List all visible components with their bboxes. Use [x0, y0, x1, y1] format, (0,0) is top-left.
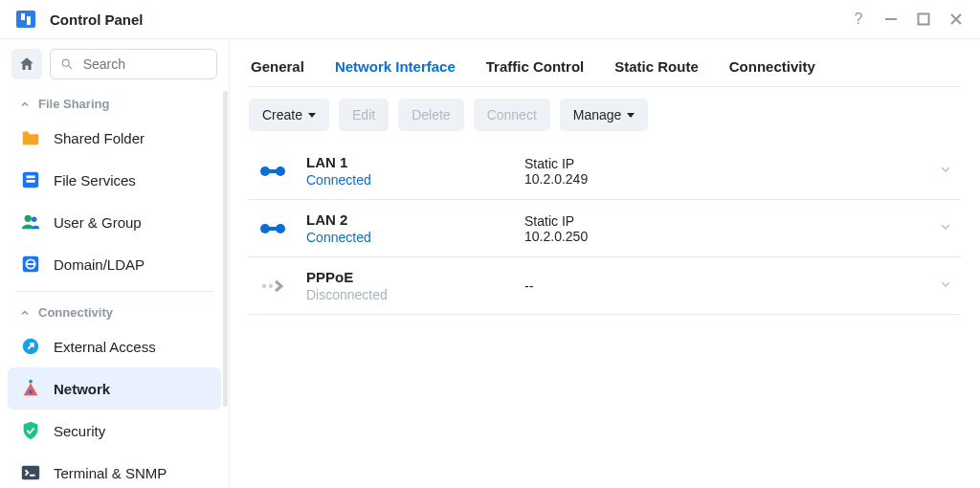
interface-row[interactable]: LAN 1 Connected Static IP 10.2.0.249	[249, 143, 961, 200]
pppoe-icon	[256, 277, 289, 295]
svg-point-26	[269, 284, 273, 288]
delete-button[interactable]: Delete	[398, 99, 463, 131]
interface-status: Connected	[306, 230, 507, 245]
sidebar-item-label: Terminal & SNMP	[54, 465, 167, 481]
chevron-down-icon[interactable]	[938, 162, 953, 180]
interface-status: Disconnected	[306, 287, 507, 302]
button-label: Manage	[573, 107, 622, 122]
content: File Sharing Shared Folder File Services…	[0, 38, 980, 488]
sidebar-item-label: User & Group	[54, 214, 142, 231]
sidebar: File Sharing Shared Folder File Services…	[0, 39, 230, 488]
window: Control Panel ?	[0, 0, 980, 488]
chevron-down-icon[interactable]	[938, 219, 953, 237]
svg-point-11	[32, 217, 36, 223]
sidebar-item-terminal-snmp[interactable]: Terminal & SNMP	[8, 452, 221, 488]
titlebar: Control Panel ?	[0, 0, 980, 38]
caret-down-icon	[308, 113, 316, 118]
interface-ip: 10.2.0.249	[524, 171, 588, 187]
interface-list: LAN 1 Connected Static IP 10.2.0.249	[249, 143, 961, 315]
svg-rect-3	[885, 18, 897, 20]
close-icon[interactable]	[946, 9, 967, 30]
create-button[interactable]: Create	[249, 99, 329, 131]
control-panel-icon	[13, 7, 38, 32]
svg-rect-24	[265, 227, 280, 231]
interface-ip: 10.2.0.250	[524, 229, 588, 244]
button-label: Connect	[487, 107, 537, 122]
tab-bar: General Network Interface Traffic Contro…	[249, 53, 961, 87]
svg-point-17	[29, 380, 33, 384]
tab-general[interactable]: General	[249, 53, 306, 86]
terminal-icon	[19, 461, 42, 484]
domain-icon	[19, 253, 42, 276]
svg-point-5	[62, 59, 69, 66]
sidebar-item-label: External Access	[54, 339, 156, 355]
home-button[interactable]	[11, 49, 42, 79]
sidebar-item-label: Domain/LDAP	[54, 256, 145, 273]
lan-icon	[256, 220, 289, 237]
sidebar-item-label: File Services	[54, 172, 136, 189]
edit-button[interactable]: Edit	[339, 99, 389, 131]
search-icon	[60, 56, 74, 72]
tab-static-route[interactable]: Static Route	[612, 53, 701, 86]
manage-button[interactable]: Manage	[560, 99, 649, 131]
svg-rect-2	[27, 16, 31, 25]
chevron-down-icon[interactable]	[938, 277, 953, 295]
window-title: Control Panel	[50, 11, 144, 28]
file-services-icon	[19, 168, 42, 191]
sidebar-item-external-access[interactable]: External Access	[8, 325, 221, 367]
help-icon[interactable]: ?	[848, 9, 869, 30]
home-icon	[18, 55, 35, 73]
sidebar-item-user-group[interactable]: User & Group	[8, 201, 221, 243]
tab-traffic-control[interactable]: Traffic Control	[484, 53, 587, 86]
svg-rect-1	[21, 13, 25, 20]
interface-type: Static IP	[524, 156, 588, 171]
sidebar-item-domain-ldap[interactable]: Domain/LDAP	[8, 243, 221, 285]
network-icon	[19, 377, 42, 400]
sidebar-item-network[interactable]: Network	[8, 367, 221, 410]
svg-point-10	[25, 215, 32, 222]
interface-type: Static IP	[524, 213, 588, 229]
users-icon	[19, 211, 42, 233]
tab-connectivity[interactable]: Connectivity	[727, 53, 817, 86]
button-label: Delete	[412, 107, 450, 122]
svg-rect-18	[22, 466, 39, 480]
sidebar-item-file-services[interactable]: File Services	[8, 159, 221, 201]
section-label: Connectivity	[38, 305, 113, 320]
chevron-up-icon	[19, 99, 31, 110]
svg-rect-0	[16, 11, 35, 28]
sidebar-item-label: Shared Folder	[54, 130, 145, 146]
search-field[interactable]	[50, 49, 217, 79]
section-label: File Sharing	[38, 97, 109, 111]
toolbar: Create Edit Delete Connect Manage	[249, 87, 961, 143]
sidebar-item-security[interactable]: Security	[8, 410, 221, 452]
section-connectivity[interactable]: Connectivity	[8, 298, 221, 325]
sidebar-item-label: Security	[54, 423, 105, 439]
sidebar-item-label: Network	[54, 381, 110, 397]
search-input[interactable]	[81, 55, 207, 73]
section-file-sharing[interactable]: File Sharing	[8, 89, 221, 117]
interface-name: LAN 1	[306, 154, 507, 170]
lan-icon	[256, 163, 289, 180]
folder-icon	[19, 126, 42, 149]
minimize-icon[interactable]	[880, 9, 902, 30]
interface-row[interactable]: PPPoE Disconnected --	[249, 257, 961, 315]
interface-ip: --	[524, 278, 533, 294]
svg-rect-9	[26, 180, 34, 183]
svg-line-6	[69, 66, 72, 69]
section-divider	[15, 291, 213, 292]
sidebar-item-shared-folder[interactable]: Shared Folder	[8, 117, 221, 159]
maximize-icon[interactable]	[913, 9, 934, 30]
external-access-icon	[19, 335, 42, 358]
caret-down-icon	[627, 113, 635, 118]
interface-name: PPPoE	[306, 269, 507, 285]
svg-rect-16	[29, 390, 33, 394]
button-label: Edit	[352, 107, 375, 122]
svg-rect-8	[26, 175, 34, 178]
svg-point-25	[262, 284, 266, 288]
shield-icon	[19, 419, 42, 442]
connect-button[interactable]: Connect	[474, 99, 550, 131]
tab-network-interface[interactable]: Network Interface	[333, 53, 457, 86]
button-label: Create	[262, 107, 302, 122]
main: General Network Interface Traffic Contro…	[230, 39, 980, 488]
interface-row[interactable]: LAN 2 Connected Static IP 10.2.0.250	[249, 200, 961, 257]
